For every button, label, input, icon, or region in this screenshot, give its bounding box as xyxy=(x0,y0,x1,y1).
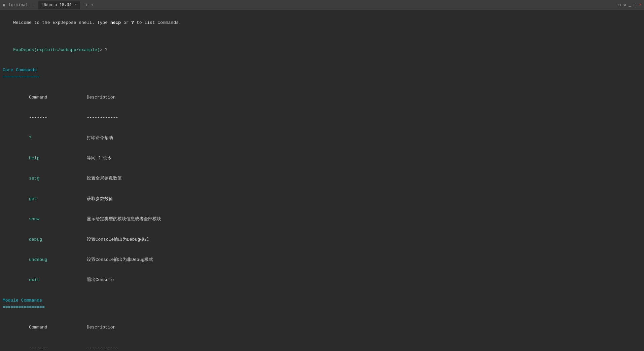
titlebar-left: ▣ Terminal : Ubuntu-18.04 × + ▾ xyxy=(3,1,93,9)
core-cmd-2: help 等同 ? 命令 xyxy=(3,148,641,168)
blank-1 xyxy=(3,33,641,40)
welcome-text-pre: Welcome to the ExpDepose shell. Type xyxy=(13,20,110,25)
minimize-button[interactable]: _ xyxy=(629,3,631,7)
prompt-path: ExpDepos(exploits/webapp/example) xyxy=(13,47,100,52)
welcome-line: Welcome to the ExpDepose shell. Type hel… xyxy=(3,13,641,33)
close-button[interactable]: × xyxy=(639,3,641,7)
settings-button[interactable]: ⚙ xyxy=(623,2,626,7)
section-core: Core Commands ============== Command Des… xyxy=(3,67,641,297)
core-cmd-4: get 获取参数数值 xyxy=(3,189,641,209)
terminal-icon: ▣ xyxy=(3,2,5,7)
titlebar-right: ❐ ⚙ _ □ × xyxy=(618,2,641,7)
core-col-dashes: ------- ------------ xyxy=(3,108,641,128)
module-separator: ================ xyxy=(3,304,641,311)
module-col-headers: Command Description xyxy=(3,317,641,338)
new-tab-button[interactable]: + xyxy=(85,2,87,8)
core-col-headers: Command Description xyxy=(3,87,641,108)
titlebar: ▣ Terminal : Ubuntu-18.04 × + ▾ ❐ ⚙ _ □ … xyxy=(0,0,644,10)
core-cmd-header: Command Description xyxy=(19,95,116,100)
prompt-char: > ? xyxy=(100,47,108,52)
module-cmd-header: Command Description xyxy=(19,325,116,330)
tab-close-button[interactable]: × xyxy=(74,3,76,7)
welcome-text-mid: or xyxy=(121,20,131,25)
core-cmd-6: debug 设置Console输出为Debug模式 xyxy=(3,230,641,250)
core-cmd-1: ? 打印命令帮助 xyxy=(3,128,641,148)
blank-4 xyxy=(3,290,641,297)
blank-3 xyxy=(3,80,641,87)
core-section-title: Core Commands xyxy=(3,67,641,74)
section-module: Module Commands ================ Command… xyxy=(3,297,641,351)
module-col-dashes: ------- ------------ xyxy=(3,338,641,351)
blank-5 xyxy=(3,311,641,317)
module-section-title: Module Commands xyxy=(3,297,641,304)
core-separator: ============== xyxy=(3,74,641,80)
app-name: Terminal xyxy=(8,3,28,7)
core-cmd-3: setg 设置全局参数数值 xyxy=(3,168,641,189)
terminal-content[interactable]: Welcome to the ExpDepose shell. Type hel… xyxy=(0,10,644,351)
tab-dropdown-button[interactable]: ▾ xyxy=(91,3,93,7)
terminal-tab[interactable]: Ubuntu-18.04 × xyxy=(38,1,80,9)
module-cmd-dash: ------- ------------ xyxy=(19,345,118,350)
core-cmd-8: exit 退出Console xyxy=(3,270,641,290)
core-cmd-dash: ------- ------------ xyxy=(19,115,118,120)
maximize-button[interactable]: □ xyxy=(634,3,636,7)
prompt-line: ExpDepos(exploits/webapp/example)> ? xyxy=(3,40,641,60)
core-cmd-7: undebug 设置Console输出为非Debug模式 xyxy=(3,250,641,270)
question-keyword: ? xyxy=(131,20,134,25)
blank-2 xyxy=(3,60,641,67)
tab-label: Ubuntu-18.04 xyxy=(42,3,71,7)
core-cmd-5: show 显示给定类型的模块信息或者全部模块 xyxy=(3,209,641,229)
restore-button[interactable]: ❐ xyxy=(618,2,621,7)
welcome-text-post: to list commands. xyxy=(134,20,181,25)
help-keyword: help xyxy=(110,20,121,25)
